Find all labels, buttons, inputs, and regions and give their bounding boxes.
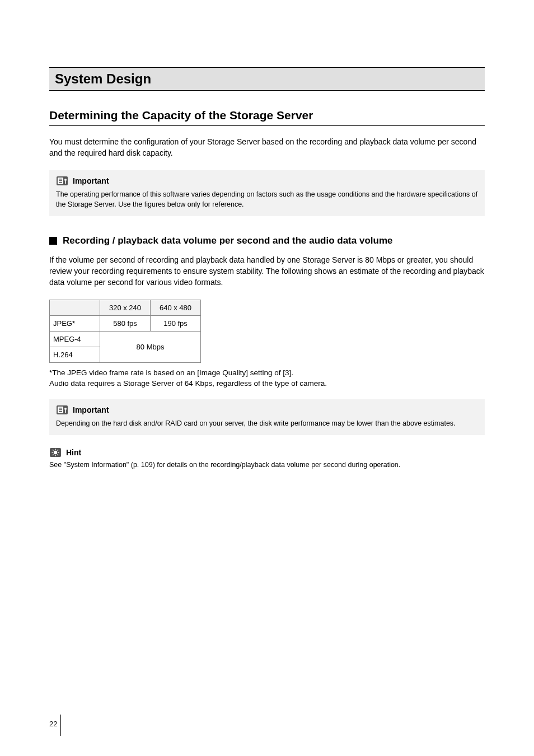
subsection-title: Determining the Capacity of the Storage … — [49, 109, 485, 126]
svg-rect-4 — [59, 182, 62, 183]
hint-body: See "System Information" (p. 109) for de… — [49, 460, 485, 470]
page-number: 22 — [49, 720, 57, 728]
table-footnote: *The JPEG video frame rate is based on a… — [49, 367, 485, 389]
svg-rect-9 — [59, 408, 62, 409]
table-row: JPEG* 580 fps 190 fps — [50, 315, 201, 331]
callout-title: Important — [73, 176, 109, 185]
table-cell: H.264 — [50, 347, 100, 362]
callout-title: Important — [73, 405, 109, 414]
important-icon — [56, 176, 68, 186]
bullet-heading: Recording / playback data volume per sec… — [49, 235, 485, 246]
footnote-line: Audio data requires a Storage Server of … — [49, 378, 485, 389]
intro-paragraph: You must determine the configuration of … — [49, 136, 485, 159]
bullet-title: Recording / playback data volume per sec… — [63, 235, 392, 246]
callout-header: Important — [56, 405, 478, 415]
table-cell: JPEG* — [50, 315, 100, 331]
table-header: 640 x 480 — [151, 300, 201, 315]
hint-block: Hint See "System Information" (p. 109) f… — [49, 447, 485, 470]
important-icon — [56, 405, 68, 415]
svg-point-5 — [64, 179, 67, 181]
important-callout-1: Important The operating performance of t… — [49, 170, 485, 216]
hint-title: Hint — [66, 448, 81, 457]
svg-rect-11 — [59, 411, 62, 412]
callout-body: Depending on the hard disk and/or RAID c… — [56, 418, 478, 428]
svg-point-12 — [64, 408, 67, 410]
table-cell: 190 fps — [151, 315, 201, 331]
callout-header: Important — [56, 176, 478, 186]
table-row: MPEG-4 80 Mbps — [50, 331, 201, 347]
section-title: System Design — [49, 67, 485, 91]
data-volume-table: 320 x 240 640 x 480 JPEG* 580 fps 190 fp… — [49, 300, 201, 363]
svg-rect-10 — [59, 409, 62, 410]
table-header: 320 x 240 — [100, 300, 151, 315]
table-header — [50, 300, 100, 315]
hint-header: Hint — [49, 447, 485, 458]
table-cell-merged: 80 Mbps — [100, 331, 201, 362]
table-cell: MPEG-4 — [50, 331, 100, 347]
svg-rect-13 — [65, 410, 66, 413]
svg-rect-6 — [65, 181, 66, 184]
svg-point-15 — [54, 451, 57, 454]
hint-icon — [49, 447, 62, 458]
table-cell: 580 fps — [100, 315, 151, 331]
bullet-paragraph: If the volume per second of recording an… — [49, 254, 485, 288]
important-callout-2: Important Depending on the hard disk and… — [49, 399, 485, 435]
bullet-square-icon — [49, 237, 57, 245]
footnote-line: *The JPEG video frame rate is based on a… — [49, 367, 485, 379]
svg-rect-3 — [59, 180, 62, 181]
svg-rect-2 — [59, 179, 62, 180]
page-rule — [60, 715, 61, 736]
table-header-row: 320 x 240 640 x 480 — [50, 300, 201, 315]
callout-body: The operating performance of this softwa… — [56, 189, 478, 209]
